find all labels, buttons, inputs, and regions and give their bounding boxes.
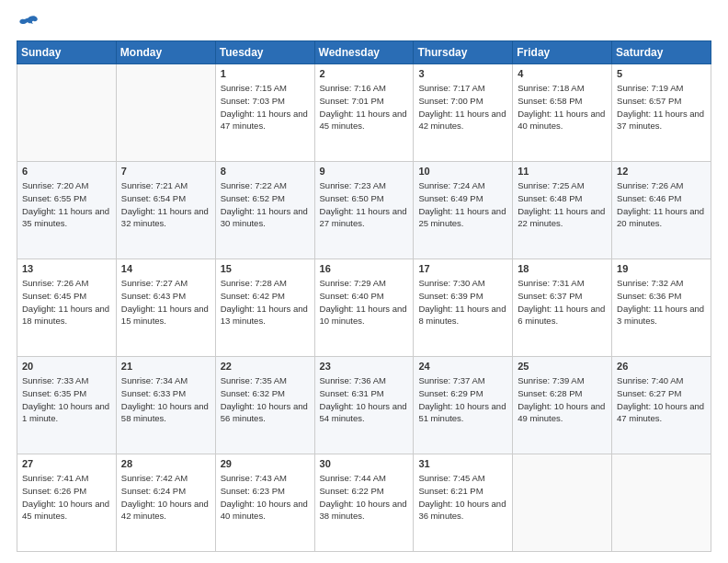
day-number: 27 (22, 458, 111, 469)
day-info: Sunrise: 7:23 AMSunset: 6:50 PMDaylight:… (320, 179, 409, 230)
day-info: Sunrise: 7:40 AMSunset: 6:27 PMDaylight:… (617, 374, 706, 425)
calendar-cell: 8Sunrise: 7:22 AMSunset: 6:52 PMDaylight… (215, 162, 314, 259)
day-info: Sunrise: 7:33 AMSunset: 6:35 PMDaylight:… (22, 374, 111, 425)
logo (17, 15, 40, 31)
weekday-header: Monday (116, 41, 215, 64)
day-info: Sunrise: 7:25 AMSunset: 6:48 PMDaylight:… (518, 179, 607, 230)
day-info: Sunrise: 7:17 AMSunset: 7:00 PMDaylight:… (418, 82, 507, 132)
calendar-week-row: 27Sunrise: 7:41 AMSunset: 6:26 PMDayligh… (17, 454, 711, 552)
calendar-cell: 18Sunrise: 7:31 AMSunset: 6:37 PMDayligh… (513, 259, 612, 357)
day-number: 21 (121, 361, 210, 372)
calendar-cell: 1Sunrise: 7:15 AMSunset: 7:03 PMDaylight… (215, 64, 314, 162)
day-number: 10 (418, 166, 507, 177)
day-info: Sunrise: 7:15 AMSunset: 7:03 PMDaylight:… (221, 82, 310, 132)
page: SundayMondayTuesdayWednesdayThursdayFrid… (0, 0, 728, 563)
calendar-cell: 2Sunrise: 7:16 AMSunset: 7:01 PMDaylight… (314, 64, 414, 162)
day-info: Sunrise: 7:37 AMSunset: 6:29 PMDaylight:… (418, 374, 507, 425)
day-number: 17 (418, 263, 507, 274)
calendar-cell: 5Sunrise: 7:19 AMSunset: 6:57 PMDaylight… (612, 64, 711, 162)
day-info: Sunrise: 7:44 AMSunset: 6:22 PMDaylight:… (320, 472, 409, 523)
calendar-cell: 10Sunrise: 7:24 AMSunset: 6:49 PMDayligh… (414, 162, 513, 259)
weekday-header: Thursday (414, 41, 513, 64)
day-info: Sunrise: 7:28 AMSunset: 6:42 PMDaylight:… (221, 277, 310, 327)
day-number: 16 (320, 263, 409, 274)
day-number: 28 (121, 458, 210, 469)
day-info: Sunrise: 7:32 AMSunset: 6:36 PMDaylight:… (617, 277, 706, 327)
calendar-cell: 15Sunrise: 7:28 AMSunset: 6:42 PMDayligh… (215, 259, 314, 357)
day-number: 1 (221, 68, 310, 79)
calendar-cell (513, 454, 612, 552)
calendar-cell: 20Sunrise: 7:33 AMSunset: 6:35 PMDayligh… (17, 357, 117, 454)
day-info: Sunrise: 7:22 AMSunset: 6:52 PMDaylight:… (221, 179, 310, 230)
weekday-header: Tuesday (215, 41, 314, 64)
logo-bird-icon (18, 15, 39, 31)
day-number: 24 (418, 361, 507, 372)
calendar-week-row: 20Sunrise: 7:33 AMSunset: 6:35 PMDayligh… (17, 357, 711, 454)
day-number: 23 (320, 361, 409, 372)
calendar-header-row: SundayMondayTuesdayWednesdayThursdayFrid… (17, 41, 711, 64)
calendar-cell: 30Sunrise: 7:44 AMSunset: 6:22 PMDayligh… (314, 454, 414, 552)
day-info: Sunrise: 7:29 AMSunset: 6:40 PMDaylight:… (320, 277, 409, 327)
calendar-cell: 4Sunrise: 7:18 AMSunset: 6:58 PMDaylight… (513, 64, 612, 162)
calendar-cell: 29Sunrise: 7:43 AMSunset: 6:23 PMDayligh… (215, 454, 314, 552)
calendar-cell: 22Sunrise: 7:35 AMSunset: 6:32 PMDayligh… (215, 357, 314, 454)
day-info: Sunrise: 7:39 AMSunset: 6:28 PMDaylight:… (518, 374, 607, 425)
day-number: 26 (617, 361, 706, 372)
calendar-cell: 6Sunrise: 7:20 AMSunset: 6:55 PMDaylight… (17, 162, 117, 259)
calendar-cell: 24Sunrise: 7:37 AMSunset: 6:29 PMDayligh… (414, 357, 513, 454)
calendar-cell: 21Sunrise: 7:34 AMSunset: 6:33 PMDayligh… (116, 357, 215, 454)
day-number: 12 (617, 166, 706, 177)
calendar-cell: 25Sunrise: 7:39 AMSunset: 6:28 PMDayligh… (513, 357, 612, 454)
day-info: Sunrise: 7:24 AMSunset: 6:49 PMDaylight:… (418, 179, 507, 230)
calendar-cell: 14Sunrise: 7:27 AMSunset: 6:43 PMDayligh… (116, 259, 215, 357)
calendar-cell: 7Sunrise: 7:21 AMSunset: 6:54 PMDaylight… (116, 162, 215, 259)
calendar-cell: 19Sunrise: 7:32 AMSunset: 6:36 PMDayligh… (612, 259, 711, 357)
day-info: Sunrise: 7:18 AMSunset: 6:58 PMDaylight:… (518, 82, 607, 132)
day-number: 18 (518, 263, 607, 274)
day-number: 9 (320, 166, 409, 177)
day-number: 13 (22, 263, 111, 274)
calendar-week-row: 6Sunrise: 7:20 AMSunset: 6:55 PMDaylight… (17, 162, 711, 259)
day-number: 5 (617, 68, 706, 79)
calendar-cell: 12Sunrise: 7:26 AMSunset: 6:46 PMDayligh… (612, 162, 711, 259)
calendar-cell: 17Sunrise: 7:30 AMSunset: 6:39 PMDayligh… (414, 259, 513, 357)
calendar-cell: 28Sunrise: 7:42 AMSunset: 6:24 PMDayligh… (116, 454, 215, 552)
day-number: 6 (22, 166, 111, 177)
day-number: 20 (22, 361, 111, 372)
calendar-table: SundayMondayTuesdayWednesdayThursdayFrid… (17, 40, 711, 552)
day-number: 25 (518, 361, 607, 372)
day-info: Sunrise: 7:21 AMSunset: 6:54 PMDaylight:… (121, 179, 210, 230)
day-info: Sunrise: 7:26 AMSunset: 6:46 PMDaylight:… (617, 179, 706, 230)
calendar-cell (17, 64, 117, 162)
calendar-cell (612, 454, 711, 552)
day-info: Sunrise: 7:35 AMSunset: 6:32 PMDaylight:… (221, 374, 310, 425)
day-number: 3 (418, 68, 507, 79)
calendar-cell: 13Sunrise: 7:26 AMSunset: 6:45 PMDayligh… (17, 259, 117, 357)
day-number: 15 (221, 263, 310, 274)
day-info: Sunrise: 7:26 AMSunset: 6:45 PMDaylight:… (22, 277, 111, 327)
day-info: Sunrise: 7:27 AMSunset: 6:43 PMDaylight:… (121, 277, 210, 327)
calendar-week-row: 1Sunrise: 7:15 AMSunset: 7:03 PMDaylight… (17, 64, 711, 162)
day-number: 29 (221, 458, 310, 469)
calendar-week-row: 13Sunrise: 7:26 AMSunset: 6:45 PMDayligh… (17, 259, 711, 357)
day-info: Sunrise: 7:43 AMSunset: 6:23 PMDaylight:… (221, 472, 310, 523)
day-number: 2 (320, 68, 409, 79)
calendar-cell: 26Sunrise: 7:40 AMSunset: 6:27 PMDayligh… (612, 357, 711, 454)
day-number: 22 (221, 361, 310, 372)
weekday-header: Sunday (17, 41, 117, 64)
day-info: Sunrise: 7:45 AMSunset: 6:21 PMDaylight:… (418, 472, 507, 523)
day-number: 19 (617, 263, 706, 274)
day-info: Sunrise: 7:16 AMSunset: 7:01 PMDaylight:… (320, 82, 409, 132)
weekday-header: Saturday (612, 41, 711, 64)
day-number: 8 (221, 166, 310, 177)
day-number: 11 (518, 166, 607, 177)
header (17, 15, 711, 31)
day-info: Sunrise: 7:41 AMSunset: 6:26 PMDaylight:… (22, 472, 111, 523)
day-info: Sunrise: 7:36 AMSunset: 6:31 PMDaylight:… (320, 374, 409, 425)
day-info: Sunrise: 7:30 AMSunset: 6:39 PMDaylight:… (418, 277, 507, 327)
calendar-cell: 31Sunrise: 7:45 AMSunset: 6:21 PMDayligh… (414, 454, 513, 552)
day-number: 31 (418, 458, 507, 469)
day-info: Sunrise: 7:34 AMSunset: 6:33 PMDaylight:… (121, 374, 210, 425)
weekday-header: Friday (513, 41, 612, 64)
day-number: 14 (121, 263, 210, 274)
